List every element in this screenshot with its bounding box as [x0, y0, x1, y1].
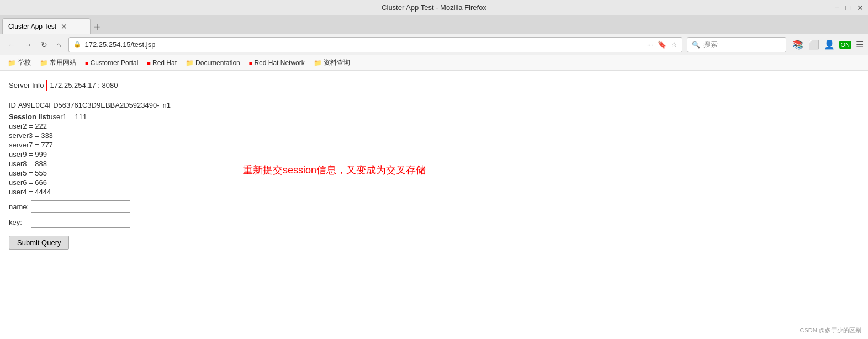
- search-placeholder: 搜索: [703, 40, 718, 50]
- maximize-button[interactable]: □: [846, 3, 850, 12]
- bookmarks-icon[interactable]: 📚: [793, 39, 804, 50]
- profile-icon[interactable]: 👤: [824, 39, 835, 50]
- name-row: name:: [9, 200, 859, 213]
- key-input[interactable]: [31, 216, 130, 228]
- tab-label: Cluster App Test: [8, 23, 56, 30]
- bookmark-label: 常用网站: [50, 58, 76, 67]
- id-hash: A99E0C4FD563761C3D9EBBA2D5923490-: [18, 101, 160, 109]
- bookmark-label: Documentation: [195, 59, 240, 67]
- tabs-icon[interactable]: ⬜: [808, 39, 819, 50]
- redhat-icon: ■: [249, 60, 253, 66]
- session-item-server3: server3 = 333: [9, 131, 859, 140]
- address-bar-icons: ··· 🔖 ☆: [647, 40, 678, 49]
- close-window-button[interactable]: ✕: [857, 3, 864, 12]
- bookmark-school[interactable]: 📁 学校: [4, 57, 34, 68]
- submit-button[interactable]: Submit Query: [9, 236, 69, 250]
- session-list: Session listuser1 = 111 user2 = 222 serv…: [9, 113, 859, 196]
- redhat-icon: ■: [85, 60, 89, 66]
- back-button[interactable]: ←: [4, 38, 19, 51]
- bookmark-label: Red Hat: [152, 59, 177, 67]
- session-item-user4: user4 = 4444: [9, 188, 859, 196]
- refresh-button[interactable]: ↻: [38, 38, 51, 51]
- star-icon[interactable]: ☆: [671, 40, 678, 49]
- active-tab[interactable]: Cluster App Test ✕: [2, 18, 91, 34]
- node-badge: n1: [160, 100, 173, 110]
- address-bar[interactable]: 🔒 172.25.254.15/test.jsp ··· 🔖 ☆: [68, 37, 682, 52]
- session-item-user6: user6 = 666: [9, 178, 859, 187]
- session-item-user2: user2 = 222: [9, 122, 859, 130]
- session-item-user8: user8 = 888: [9, 160, 859, 168]
- bookmark-redhat[interactable]: ■ Red Hat: [144, 58, 180, 68]
- home-button[interactable]: ⌂: [53, 38, 64, 51]
- navbar: ← → ↻ ⌂ 🔒 172.25.254.15/test.jsp ··· 🔖 ☆…: [0, 34, 868, 55]
- bookmarks-bar: 📁 学校 📁 常用网站 ■ Customer Portal ■ Red Hat …: [0, 55, 868, 71]
- session-list-label: Session list: [9, 113, 49, 121]
- key-row: key:: [9, 216, 859, 228]
- name-input[interactable]: [31, 200, 130, 213]
- addon-icon[interactable]: ON: [839, 41, 852, 49]
- lock-icon: 🔒: [73, 41, 81, 48]
- server-info-label: Server Info: [9, 81, 44, 89]
- more-icon[interactable]: ···: [647, 40, 653, 49]
- bookmark-label: 资料查询: [324, 58, 350, 67]
- bookmark-common[interactable]: 📁 常用网站: [36, 57, 80, 68]
- watermark: CSDN @多于少的区别: [800, 326, 861, 335]
- server-info-line: Server Info 172.25.254.17 : 8080: [9, 80, 859, 91]
- session-list-header: Session listuser1 = 111: [9, 113, 859, 121]
- id-line: ID A99E0C4FD563761C3D9EBBA2D5923490- n1: [9, 100, 859, 110]
- titlebar: Cluster App Test - Mozilla Firefox − □ ✕: [0, 0, 868, 15]
- key-label: key:: [9, 218, 31, 226]
- id-label: ID: [9, 101, 16, 109]
- titlebar-title: Cluster App Test - Mozilla Firefox: [382, 3, 486, 12]
- session-first: user1 = 111: [49, 113, 87, 121]
- folder-icon: 📁: [314, 59, 322, 67]
- folder-icon: 📁: [186, 59, 194, 67]
- nav-right-icons: 📚 ⬜ 👤 ON ☰: [793, 39, 864, 50]
- annotation-text: 重新提交session信息，又变成为交叉存储: [243, 163, 426, 177]
- session-item-server7: server7 = 777: [9, 141, 859, 149]
- tabbar: Cluster App Test ✕ +: [0, 15, 868, 34]
- folder-icon: 📁: [8, 59, 16, 67]
- bookmark-docs-search[interactable]: 📁 资料查询: [310, 57, 353, 68]
- tab-close-button[interactable]: ✕: [61, 22, 67, 31]
- minimize-button[interactable]: −: [834, 3, 839, 12]
- session-item-user5: user5 = 555: [9, 169, 859, 177]
- titlebar-controls: − □ ✕: [834, 3, 864, 12]
- redhat-icon: ■: [147, 60, 151, 66]
- bookmark-label: 学校: [18, 58, 31, 67]
- search-icon: 🔍: [692, 41, 700, 49]
- page-content: Server Info 172.25.254.17 : 8080 ID A99E…: [0, 71, 868, 339]
- name-label: name:: [9, 203, 31, 211]
- bookmark-redhat-network[interactable]: ■ Red Hat Network: [246, 58, 308, 68]
- bookmark-customer-portal[interactable]: ■ Customer Portal: [82, 58, 141, 68]
- menu-icon[interactable]: ☰: [856, 39, 864, 50]
- address-text: 172.25.254.15/test.jsp: [84, 40, 643, 49]
- bookmark-label: Red Hat Network: [254, 59, 304, 67]
- forward-button[interactable]: →: [21, 38, 35, 51]
- server-info-value: 172.25.254.17 : 8080: [46, 80, 122, 91]
- search-bar[interactable]: 🔍 搜索: [687, 37, 786, 52]
- new-tab-button[interactable]: +: [94, 22, 100, 33]
- pocket-icon[interactable]: 🔖: [658, 40, 666, 49]
- folder-icon: 📁: [40, 59, 48, 67]
- bookmark-label: Customer Portal: [91, 59, 139, 67]
- bookmark-documentation[interactable]: 📁 Documentation: [182, 58, 244, 68]
- session-item-user9: user9 = 999: [9, 150, 859, 158]
